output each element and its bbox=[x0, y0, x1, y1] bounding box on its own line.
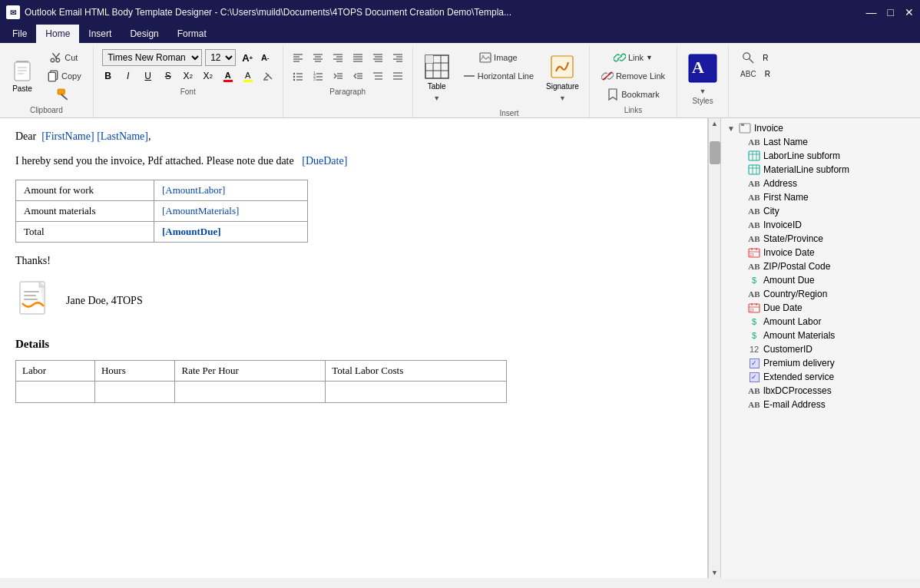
tree-item-city[interactable]: AB City bbox=[721, 204, 920, 218]
tab-home[interactable]: Home bbox=[36, 25, 79, 43]
tree-item-laborline[interactable]: LaborLine subform bbox=[721, 149, 920, 163]
invoicedate-calendar-icon: 23 bbox=[747, 247, 761, 258]
style-dropdown[interactable]: ▼ bbox=[700, 88, 707, 95]
decrease-indent-button[interactable] bbox=[349, 68, 366, 84]
signature-icon bbox=[548, 53, 576, 81]
table-button[interactable]: Table bbox=[419, 49, 455, 94]
strikethrough-button[interactable]: S bbox=[160, 68, 177, 84]
underline-button[interactable]: U bbox=[140, 68, 157, 84]
tree-item-extendedservice[interactable]: ✓ Extended service bbox=[721, 370, 920, 384]
cut-button[interactable]: Cut bbox=[41, 49, 87, 66]
app-icon: ✉ bbox=[6, 5, 20, 19]
ordered-list-button[interactable]: 1.2.3. bbox=[309, 68, 326, 84]
tree-item-emailaddress[interactable]: AB E-mail Address bbox=[721, 398, 920, 411]
style-button[interactable]: A bbox=[683, 49, 722, 88]
align-center-button[interactable] bbox=[309, 49, 326, 66]
tree-label-invoice: Invoice bbox=[754, 123, 783, 134]
link-dropdown[interactable]: ▼ bbox=[646, 54, 653, 61]
paste-button[interactable]: Paste bbox=[6, 57, 38, 95]
tree-item-lbxdcprocesses[interactable]: AB lbxDCProcesses bbox=[721, 384, 920, 398]
remove-link-button[interactable]: Remove Link bbox=[596, 68, 670, 84]
font-size-select[interactable]: 12 bbox=[205, 49, 236, 66]
justify-button[interactable] bbox=[349, 49, 366, 66]
tree-item-zip[interactable]: AB ZIP/Postal Code bbox=[721, 259, 920, 273]
svg-rect-3 bbox=[18, 70, 27, 71]
tree-item-country[interactable]: AB Country/Region bbox=[721, 287, 920, 301]
svg-rect-79 bbox=[749, 151, 759, 160]
align-right-button[interactable] bbox=[329, 49, 346, 66]
font-name-select[interactable]: Times New Roman bbox=[102, 49, 202, 66]
signature-dropdown[interactable]: ▼ bbox=[559, 94, 566, 102]
firstname-placeholder: [FirstName] bbox=[41, 130, 94, 142]
svg-line-8 bbox=[61, 94, 68, 100]
align-left-button[interactable] bbox=[290, 49, 306, 66]
lastname-ab-icon: AB bbox=[747, 137, 761, 147]
indent-icon bbox=[372, 52, 383, 63]
highlight-button[interactable]: A bbox=[240, 68, 256, 84]
clear-format-button[interactable] bbox=[260, 68, 276, 84]
subscript-button[interactable]: X2 bbox=[180, 68, 197, 84]
scrollbar-down-arrow[interactable]: ▼ bbox=[710, 567, 720, 578]
tree-item-firstname[interactable]: AB First Name bbox=[721, 190, 920, 204]
maximize-button[interactable]: □ bbox=[888, 6, 894, 18]
zip-ab-icon: AB bbox=[747, 261, 761, 272]
tree-item-lastname[interactable]: AB Last Name bbox=[721, 135, 920, 149]
close-button[interactable]: ✕ bbox=[905, 6, 914, 18]
decrease-font-size-button[interactable]: A- bbox=[256, 49, 273, 66]
link-button[interactable]: Link ▼ bbox=[608, 49, 658, 66]
link-label: Link bbox=[628, 53, 644, 62]
minimize-button[interactable]: — bbox=[866, 6, 877, 18]
spellcheck-button[interactable]: ABC bbox=[735, 68, 762, 81]
tree-label-invoiceid: InvoiceID bbox=[763, 220, 802, 230]
increase-font-size-button[interactable]: A+ bbox=[239, 49, 256, 66]
tree-item-amountmaterials[interactable]: $ Amount Materials bbox=[721, 329, 920, 342]
copy-button[interactable]: Copy bbox=[41, 68, 87, 84]
list-btn3[interactable] bbox=[369, 68, 386, 84]
table-label: Table bbox=[428, 82, 446, 91]
tree-item-invoiceid[interactable]: AB InvoiceID bbox=[721, 218, 920, 232]
tree-item-invoicedate[interactable]: 23 Invoice Date bbox=[721, 246, 920, 259]
tab-design[interactable]: Design bbox=[121, 25, 167, 43]
links-row1: Link ▼ bbox=[608, 49, 658, 66]
tree-item-state[interactable]: AB State/Province bbox=[721, 232, 920, 246]
editor-area[interactable]: Dear [FirstName] [LastName], I hereby se… bbox=[0, 118, 708, 578]
superscript-button[interactable]: X2 bbox=[200, 68, 217, 84]
signature-button[interactable]: Signature bbox=[542, 49, 583, 94]
tab-format[interactable]: Format bbox=[168, 25, 216, 43]
format-painter-button[interactable] bbox=[41, 86, 87, 103]
tree-item-customerid[interactable]: 12 CustomerID bbox=[721, 342, 920, 356]
image-button[interactable]: Image bbox=[458, 49, 539, 66]
tree-item-address[interactable]: AB Address bbox=[721, 177, 920, 190]
tab-insert[interactable]: Insert bbox=[79, 25, 121, 43]
font-color-button[interactable]: A bbox=[220, 68, 237, 84]
scrollbar-thumb[interactable] bbox=[710, 141, 720, 164]
svg-rect-75 bbox=[24, 295, 36, 296]
details-cell-labor bbox=[16, 382, 95, 403]
insert-group-label-display: Insert bbox=[452, 109, 567, 117]
duedate-placeholder: [DueDate] bbox=[302, 155, 347, 167]
find-replace-button[interactable] bbox=[736, 49, 759, 66]
align-row2-b1[interactable] bbox=[369, 49, 386, 66]
window-controls[interactable]: — □ ✕ bbox=[866, 6, 914, 18]
tree-item-amountlabor[interactable]: $ Amount Labor bbox=[721, 315, 920, 329]
unordered-list-button[interactable] bbox=[290, 68, 306, 84]
list-btn4[interactable] bbox=[389, 68, 406, 84]
tree-item-premiumdelivery[interactable]: ✓ Premium delivery bbox=[721, 356, 920, 370]
tree-item-materialline[interactable]: MaterialLine subform bbox=[721, 163, 920, 177]
bookmark-button[interactable]: Bookmark bbox=[601, 86, 665, 103]
scrollbar-up-arrow[interactable]: ▲ bbox=[710, 118, 720, 129]
table-dropdown[interactable]: ▼ bbox=[433, 94, 440, 102]
italic-button[interactable]: I bbox=[120, 68, 137, 84]
tab-file[interactable]: File bbox=[3, 25, 36, 43]
svg-rect-6 bbox=[48, 72, 55, 81]
invoice-label-labor: Amount for work bbox=[16, 180, 154, 201]
align-row2-b2[interactable] bbox=[389, 49, 406, 66]
tree-label-lastname: Last Name bbox=[763, 137, 808, 147]
tree-item-amountdue[interactable]: $ Amount Due bbox=[721, 273, 920, 287]
increase-indent-button[interactable] bbox=[329, 68, 346, 84]
horizontal-line-button[interactable]: Horizontal Line bbox=[458, 68, 539, 84]
bold-button[interactable]: B bbox=[100, 68, 117, 84]
tree-item-invoice[interactable]: ▼ Invoice bbox=[721, 121, 920, 135]
tree-item-duedate[interactable]: 23 Due Date bbox=[721, 301, 920, 315]
tree-label-zip: ZIP/Postal Code bbox=[763, 261, 830, 272]
